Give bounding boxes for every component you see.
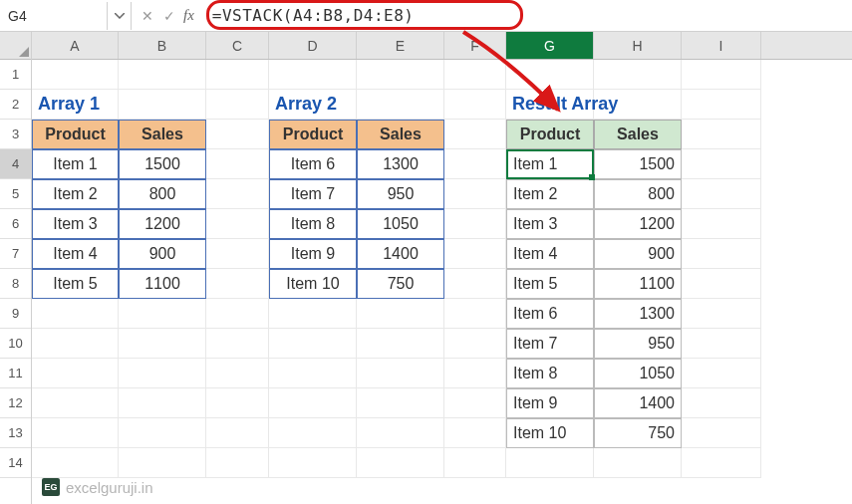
array2-header-sales[interactable]: Sales bbox=[357, 120, 444, 149]
table-cell[interactable]: 1500 bbox=[594, 149, 682, 179]
table-cell[interactable]: 950 bbox=[594, 329, 682, 359]
table-cell[interactable]: Item 3 bbox=[506, 209, 594, 239]
table-cell[interactable]: Item 7 bbox=[269, 179, 357, 209]
name-box-dropdown[interactable] bbox=[108, 2, 132, 30]
col-header-C[interactable]: C bbox=[206, 32, 269, 59]
table-cell[interactable]: Item 9 bbox=[269, 239, 357, 269]
table-cell[interactable]: 1050 bbox=[594, 359, 682, 388]
result-title[interactable]: Result Array bbox=[506, 90, 594, 120]
table-cell[interactable]: 900 bbox=[594, 239, 682, 269]
array2-title[interactable]: Array 2 bbox=[269, 90, 357, 120]
cancel-icon[interactable]: ✕ bbox=[140, 8, 155, 24]
table-cell[interactable]: Item 5 bbox=[506, 269, 594, 299]
row-header-2[interactable]: 2 bbox=[0, 90, 31, 120]
row-header-12[interactable]: 12 bbox=[0, 388, 31, 418]
table-cell[interactable]: 1400 bbox=[357, 239, 444, 269]
formula-bar: G4 ✕ ✓ fx =VSTACK(A4:B8,D4:E8) bbox=[0, 0, 852, 32]
array1-header-sales[interactable]: Sales bbox=[119, 120, 206, 149]
col-header-H[interactable]: H bbox=[594, 32, 682, 59]
table-cell[interactable]: Item 8 bbox=[506, 359, 594, 388]
table-cell[interactable]: 1300 bbox=[357, 149, 444, 179]
watermark-text: excelguruji.in bbox=[66, 479, 153, 496]
name-box[interactable]: G4 bbox=[0, 2, 108, 30]
table-cell[interactable]: 1500 bbox=[119, 149, 206, 179]
row-header-7[interactable]: 7 bbox=[0, 239, 31, 269]
formula-bar-controls: ✕ ✓ fx bbox=[132, 7, 202, 24]
table-cell[interactable]: Item 8 bbox=[269, 209, 357, 239]
table-cell[interactable]: Item 1 bbox=[32, 149, 119, 179]
table-cell[interactable]: Item 6 bbox=[506, 299, 594, 329]
row-header-10[interactable]: 10 bbox=[0, 329, 31, 359]
col-header-I[interactable]: I bbox=[682, 32, 761, 59]
array2-header-product[interactable]: Product bbox=[269, 120, 357, 149]
row-header-4[interactable]: 4 bbox=[0, 149, 31, 179]
grid-area: A B C D E F G H I Array 1 Array 2 Result… bbox=[32, 32, 852, 504]
table-cell[interactable]: Item 7 bbox=[506, 329, 594, 359]
col-header-A[interactable]: A bbox=[32, 32, 119, 59]
table-cell[interactable]: Item 10 bbox=[506, 418, 594, 448]
row-header-3[interactable]: 3 bbox=[0, 120, 31, 149]
col-header-E[interactable]: E bbox=[357, 32, 444, 59]
table-cell[interactable]: 800 bbox=[594, 179, 682, 209]
fx-icon[interactable]: fx bbox=[183, 7, 194, 24]
table-cell[interactable]: 1200 bbox=[119, 209, 206, 239]
row-header-8[interactable]: 8 bbox=[0, 269, 31, 299]
column-headers: A B C D E F G H I bbox=[32, 32, 852, 60]
watermark: EG excelguruji.in bbox=[42, 478, 153, 496]
row-header-6[interactable]: 6 bbox=[0, 209, 31, 239]
select-all-corner[interactable] bbox=[0, 32, 31, 60]
result-header-product[interactable]: Product bbox=[506, 120, 594, 149]
table-cell[interactable]: Item 2 bbox=[506, 179, 594, 209]
table-cell[interactable]: Item 5 bbox=[32, 269, 119, 299]
row-header-11[interactable]: 11 bbox=[0, 359, 31, 388]
array1-title[interactable]: Array 1 bbox=[32, 90, 119, 120]
table-cell[interactable]: 750 bbox=[594, 418, 682, 448]
worksheet: 1 2 3 4 5 6 7 8 9 10 11 12 13 14 A B C D… bbox=[0, 32, 852, 504]
table-cell[interactable]: Item 3 bbox=[32, 209, 119, 239]
table-cell[interactable]: Item 4 bbox=[32, 239, 119, 269]
row-header-5[interactable]: 5 bbox=[0, 179, 31, 209]
table-cell[interactable]: 1400 bbox=[594, 388, 682, 418]
formula-text: =VSTACK(A4:B8,D4:E8) bbox=[212, 6, 415, 25]
table-cell[interactable]: 900 bbox=[119, 239, 206, 269]
table-cell[interactable]: 1100 bbox=[119, 269, 206, 299]
array1-header-product[interactable]: Product bbox=[32, 120, 119, 149]
chevron-down-icon bbox=[115, 13, 125, 19]
row-header-1[interactable]: 1 bbox=[0, 60, 31, 90]
table-cell[interactable]: 1050 bbox=[357, 209, 444, 239]
row-header-14[interactable]: 14 bbox=[0, 448, 31, 478]
row-headers: 1 2 3 4 5 6 7 8 9 10 11 12 13 14 bbox=[0, 32, 32, 504]
col-header-B[interactable]: B bbox=[119, 32, 206, 59]
watermark-logo-icon: EG bbox=[42, 478, 60, 496]
table-cell[interactable]: Item 4 bbox=[506, 239, 594, 269]
result-header-sales[interactable]: Sales bbox=[594, 120, 682, 149]
confirm-icon[interactable]: ✓ bbox=[161, 8, 177, 24]
col-header-F[interactable]: F bbox=[444, 32, 506, 59]
formula-input[interactable]: =VSTACK(A4:B8,D4:E8) bbox=[202, 2, 852, 30]
table-cell[interactable]: Item 6 bbox=[269, 149, 357, 179]
table-cell[interactable]: 1300 bbox=[594, 299, 682, 329]
table-cell[interactable]: Item 10 bbox=[269, 269, 357, 299]
col-header-G[interactable]: G bbox=[506, 32, 594, 59]
row-header-13[interactable]: 13 bbox=[0, 418, 31, 448]
table-cell[interactable]: 1100 bbox=[594, 269, 682, 299]
table-cell[interactable]: 800 bbox=[119, 179, 206, 209]
cell-grid[interactable]: Array 1 Array 2 Result Array Product Sal… bbox=[32, 60, 852, 478]
table-cell[interactable]: Item 1 bbox=[506, 149, 594, 179]
row-header-9[interactable]: 9 bbox=[0, 299, 31, 329]
col-header-D[interactable]: D bbox=[269, 32, 357, 59]
table-cell[interactable]: 950 bbox=[357, 179, 444, 209]
table-cell[interactable]: 750 bbox=[357, 269, 444, 299]
table-cell[interactable]: Item 9 bbox=[506, 388, 594, 418]
table-cell[interactable]: 1200 bbox=[594, 209, 682, 239]
table-cell[interactable]: Item 2 bbox=[32, 179, 119, 209]
